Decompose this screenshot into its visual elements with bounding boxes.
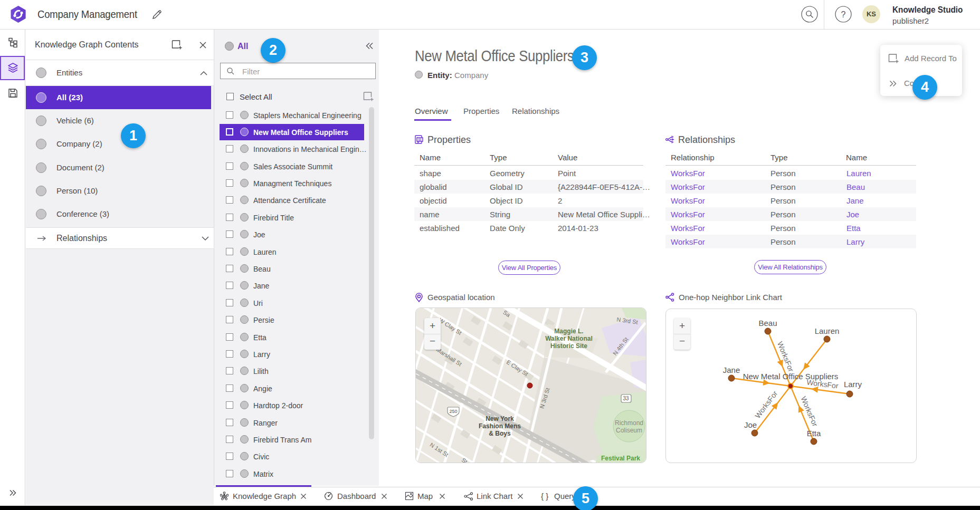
svg-text:250: 250 — [449, 409, 457, 414]
svg-text:Lauren: Lauren — [815, 326, 840, 335]
svg-text:Larry: Larry — [844, 380, 862, 389]
svg-text:New York: New York — [486, 415, 514, 422]
svg-text:Joe: Joe — [744, 420, 757, 429]
svg-text:Etta: Etta — [807, 429, 821, 438]
svg-text:New Metal Office Suppliers: New Metal Office Suppliers — [743, 372, 839, 381]
svg-text:Richmond: Richmond — [615, 419, 643, 427]
svg-text:?: ? — [841, 10, 846, 19]
svg-text:Festival Park: Festival Park — [601, 455, 640, 462]
svg-text:Historic Site: Historic Site — [550, 342, 587, 350]
svg-text:33: 33 — [623, 396, 629, 401]
svg-text:Jane: Jane — [723, 365, 740, 374]
svg-text:Maggie L.: Maggie L. — [554, 328, 583, 335]
svg-text:Walker National: Walker National — [545, 335, 593, 342]
svg-text:WorksFor: WorksFor — [799, 395, 819, 428]
svg-text:Coliseum: Coliseum — [616, 427, 642, 434]
svg-text:Beau: Beau — [758, 319, 777, 328]
svg-text:Fashion Mens: Fashion Mens — [479, 422, 521, 430]
svg-text:& Boys: & Boys — [489, 430, 511, 437]
